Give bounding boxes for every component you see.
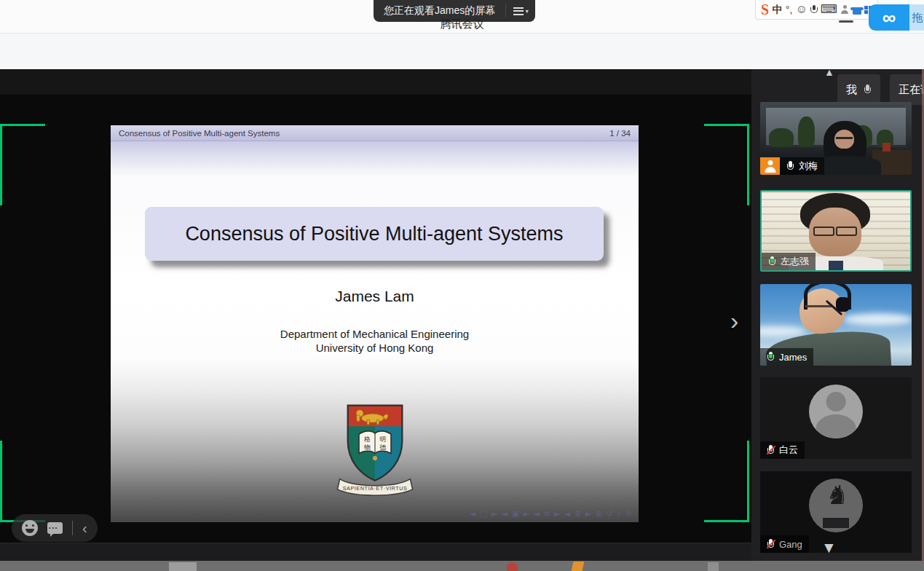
slide-affiliation: Department of Mechanical Engineering Uni… bbox=[111, 327, 639, 355]
banner-menu-icon[interactable]: ▾ bbox=[506, 0, 535, 22]
participant-tile-baiyun[interactable]: 白云 bbox=[760, 377, 912, 459]
slide-page-indicator: 1 / 34 bbox=[609, 129, 631, 138]
participants-sidebar: ▲ 我 正在讲 刘梅 bbox=[751, 69, 924, 561]
handle-logo-icon: ∞ bbox=[882, 7, 896, 29]
scroll-more-arrow[interactable]: ▼ bbox=[821, 540, 837, 555]
meeting-toolbar: i 19:18 演讲者视图 ▼ bbox=[0, 34, 924, 69]
taskbar-icon[interactable] bbox=[572, 562, 585, 571]
skin-theme-icon[interactable] bbox=[853, 5, 861, 15]
taskbar-icon[interactable] bbox=[507, 562, 518, 571]
divider bbox=[72, 521, 73, 535]
windows-taskbar bbox=[0, 561, 924, 571]
slide-body: Consensus of Positive Multi-agent System… bbox=[111, 141, 639, 522]
window-titlebar: 腾讯会议 您正在观看James的屏幕 ▾ S 中 °, ☺ ⌨ ∞ 拖 bbox=[0, 0, 924, 34]
side-panel-handle[interactable]: ∞ bbox=[869, 4, 909, 31]
default-avatar bbox=[809, 385, 863, 438]
meeting-bottom-strip bbox=[0, 543, 751, 561]
participant-tile-james[interactable]: James bbox=[760, 284, 912, 366]
capture-corner-top-right bbox=[704, 124, 749, 205]
svg-text:德: 德 bbox=[379, 444, 386, 451]
svg-text:物: 物 bbox=[363, 444, 370, 451]
emoji-reaction-icon[interactable] bbox=[22, 520, 38, 536]
mic-muted-icon bbox=[767, 445, 775, 456]
participant-name: James bbox=[779, 352, 807, 363]
shared-desktop-band bbox=[0, 69, 751, 95]
collapse-list-arrow[interactable]: ▲ bbox=[824, 66, 834, 78]
mic-muted-icon bbox=[767, 539, 775, 550]
equestrian-statue-avatar: ♞ bbox=[809, 479, 863, 532]
banner-text: 您正在观看James的屏幕 bbox=[374, 4, 505, 17]
svg-text:格: 格 bbox=[363, 436, 370, 443]
host-badge-icon bbox=[760, 157, 780, 175]
taskbar-icon[interactable] bbox=[169, 562, 197, 571]
capture-corner-top-left bbox=[0, 124, 45, 205]
participant-name: 白云 bbox=[779, 444, 798, 457]
tencent-meeting-window: 腾讯会议 您正在观看James的屏幕 ▾ S 中 °, ☺ ⌨ ∞ 拖 bbox=[0, 0, 924, 571]
shared-screen-area: Consensus of Positive Multi-agent System… bbox=[0, 69, 751, 543]
participant-tile-liumei[interactable]: 刘梅 bbox=[760, 102, 912, 175]
chat-icon[interactable] bbox=[47, 522, 63, 534]
slide-title-box: Consensus of Positive Multi-agent System… bbox=[145, 207, 604, 261]
participant-name: 左志强 bbox=[781, 255, 809, 268]
slide-author: James Lam bbox=[111, 288, 639, 305]
capture-corner-bottom-right bbox=[704, 441, 749, 522]
participant-tile-zuozhiqiang[interactable]: 左志强 bbox=[760, 190, 912, 272]
reactions-pill: ‹ bbox=[12, 514, 98, 542]
speaking-status-chip: 正在讲 bbox=[890, 74, 924, 105]
self-label: 我 bbox=[846, 83, 857, 97]
svg-text:明: 明 bbox=[379, 436, 386, 443]
mic-speaking-icon bbox=[767, 352, 775, 363]
drag-label: 拖 bbox=[912, 11, 923, 25]
voice-input-icon[interactable] bbox=[810, 5, 817, 15]
crest-motto: SAPIENTIA·ET·VIRTUS bbox=[342, 485, 407, 492]
participant-name: Gang bbox=[779, 539, 802, 550]
speaking-label: 正在讲 bbox=[899, 83, 924, 97]
sogou-logo-icon[interactable]: S bbox=[761, 2, 769, 17]
emoji-input-icon[interactable]: ☺ bbox=[796, 4, 807, 15]
punctuation-icon[interactable]: °, bbox=[786, 4, 793, 15]
expand-panel-chevron[interactable]: › bbox=[730, 308, 738, 333]
hamburger-icon bbox=[513, 5, 524, 17]
mic-on-icon bbox=[786, 161, 794, 172]
self-mic-chip[interactable]: 我 bbox=[837, 74, 880, 105]
self-mic-icon bbox=[864, 84, 872, 95]
chinese-mode-icon[interactable]: 中 bbox=[772, 4, 782, 15]
capture-corner-bottom-left bbox=[0, 441, 45, 522]
taskbar-icon[interactable] bbox=[708, 562, 719, 571]
account-icon[interactable] bbox=[840, 5, 849, 14]
presentation-slide: Consensus of Positive Multi-agent System… bbox=[111, 125, 639, 522]
mic-speaking-icon bbox=[768, 256, 776, 267]
collapse-pill-chevron[interactable]: ‹ bbox=[82, 521, 87, 535]
drag-strip[interactable]: 拖 bbox=[909, 4, 924, 31]
minimize-button[interactable] bbox=[839, 20, 853, 23]
screen-share-banner: 您正在观看James的屏幕 ▾ bbox=[374, 0, 535, 22]
beamer-nav-symbols[interactable]: ◄ □ ► ◄ ▣ ► ◄ ≡ ► ◄ ≣ ► ≣ ↺ ⌕ ↻ bbox=[470, 509, 633, 519]
participant-name: 刘梅 bbox=[799, 160, 818, 173]
slide-header-title: Consensus of Positive Multi-agent System… bbox=[119, 129, 280, 138]
slide-title: Consensus of Positive Multi-agent System… bbox=[185, 223, 563, 245]
keyboard-icon[interactable]: ⌨ bbox=[821, 4, 837, 15]
slide-header-bar: Consensus of Positive Multi-agent System… bbox=[111, 125, 639, 141]
input-method-toolbar: S 中 °, ☺ ⌨ bbox=[755, 0, 878, 20]
hku-crest: 格 物 明 德 SAPIENTIA·ET·VIRTUS bbox=[335, 401, 415, 498]
caret-down-icon: ▾ bbox=[526, 8, 529, 15]
